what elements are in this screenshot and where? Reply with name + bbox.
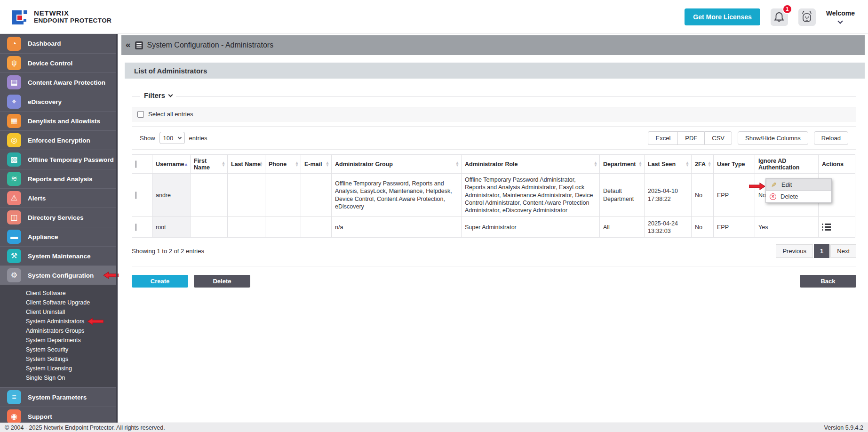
row-actions-icon[interactable] bbox=[822, 224, 831, 231]
cell-department: All bbox=[600, 217, 645, 238]
content-aware-protection-icon: ▤ bbox=[7, 75, 21, 89]
header-checkbox[interactable] bbox=[135, 160, 136, 168]
cell-last-seen: 2025-04-24 13:32:03 bbox=[645, 217, 692, 238]
entries-label: entries bbox=[189, 135, 207, 142]
sidebar-item-system-maintenance[interactable]: ⚒ System Maintenance bbox=[0, 246, 116, 265]
sidebar-item-ediscovery[interactable]: ⌖ eDiscovery bbox=[0, 92, 116, 111]
sidebar-item-system-parameters[interactable]: ≡ System Parameters bbox=[0, 387, 116, 407]
cell-first-name bbox=[191, 174, 228, 217]
sidebar-item-reports-and-analysis[interactable]: ≋ Reports and Analysis bbox=[0, 169, 116, 188]
row-checkbox[interactable] bbox=[135, 192, 136, 199]
notification-badge: 1 bbox=[782, 4, 792, 14]
sidebar-scrollbar[interactable] bbox=[116, 34, 118, 423]
col-administrator-group[interactable]: Administrator Group bbox=[332, 155, 462, 174]
cell-admin-group: n/a bbox=[332, 217, 462, 238]
row-checkbox[interactable] bbox=[135, 224, 136, 231]
system-parameters-icon: ≡ bbox=[7, 390, 21, 404]
submenu-client-software-upgrade[interactable]: Client Software Upgrade bbox=[0, 298, 116, 307]
submenu-system-departments[interactable]: System Departments bbox=[0, 336, 116, 345]
dashboard-icon: ◔ bbox=[7, 37, 21, 51]
filters-section: Filters bbox=[132, 91, 856, 101]
header-select-cell bbox=[132, 155, 152, 174]
page-size-select[interactable]: 100 bbox=[159, 132, 185, 144]
system-configuration-submenu: Client Software Client Software Upgrade … bbox=[0, 285, 116, 387]
submenu-administrators-groups[interactable]: Administrators Groups bbox=[0, 326, 116, 336]
submenu-client-uninstall[interactable]: Client Uninstall bbox=[0, 307, 116, 317]
select-all-bar: Select all entries bbox=[132, 107, 856, 121]
sidebar-item-appliance[interactable]: ▬ Appliance bbox=[0, 227, 116, 246]
denylists-icon: ▦ bbox=[7, 114, 21, 128]
col-first-name[interactable]: First Name bbox=[191, 155, 228, 174]
current-page-button[interactable]: 1 bbox=[814, 244, 829, 258]
cell-phone bbox=[265, 217, 301, 238]
sort-asc-icon bbox=[184, 163, 188, 166]
page-title: System Configuration - Administrators bbox=[147, 41, 274, 49]
brand-line2: ENDPOINT PROTECTOR bbox=[34, 17, 111, 24]
welcome-label: Welcome bbox=[826, 9, 855, 17]
cell-last-name bbox=[228, 217, 265, 238]
col-department[interactable]: Department bbox=[600, 155, 645, 174]
copyright-text: © 2004 - 2025 Netwrix Endpoint Protector… bbox=[5, 424, 165, 431]
submenu-single-sign-on[interactable]: Single Sign On bbox=[0, 373, 116, 383]
context-menu-edit[interactable]: Edit bbox=[766, 179, 831, 191]
submenu-system-security[interactable]: System Security bbox=[0, 345, 116, 354]
col-administrator-role[interactable]: Administrator Role bbox=[462, 155, 600, 174]
sort-icon bbox=[638, 161, 642, 167]
user-face-icon bbox=[801, 11, 813, 23]
col-email[interactable]: E-mail bbox=[301, 155, 332, 174]
sidebar-item-denylists[interactable]: ▦ Denylists and Allowlists bbox=[0, 111, 116, 130]
export-csv-button[interactable]: CSV bbox=[704, 131, 732, 145]
col-last-name[interactable]: Last Name bbox=[228, 155, 265, 174]
red-arrow-context-menu bbox=[749, 183, 765, 190]
export-excel-button[interactable]: Excel bbox=[648, 131, 677, 145]
sort-icon bbox=[259, 161, 263, 167]
collapse-sidebar-icon[interactable]: « bbox=[126, 40, 131, 50]
col-ignore-ad: Ignore AD Authentication bbox=[755, 155, 819, 174]
panel-title: List of Administrators bbox=[125, 63, 865, 79]
sidebar-item-dashboard[interactable]: ◔ Dashboard bbox=[0, 34, 116, 53]
context-menu-delete[interactable]: × Delete bbox=[766, 191, 831, 202]
select-all-checkbox[interactable] bbox=[137, 111, 144, 118]
next-page-button[interactable]: Next bbox=[830, 244, 856, 258]
col-phone[interactable]: Phone bbox=[265, 155, 301, 174]
submenu-system-administrators[interactable]: System Administrators bbox=[0, 317, 116, 326]
row-context-menu: Edit × Delete bbox=[765, 178, 832, 203]
chevron-down-icon bbox=[838, 18, 843, 24]
alerts-icon: ⚠ bbox=[7, 191, 21, 205]
sidebar-item-enforced-encryption[interactable]: ◎ Enforced Encryption bbox=[0, 130, 116, 150]
sidebar-item-device-control[interactable]: ψ Device Control bbox=[0, 53, 116, 72]
sort-icon bbox=[594, 161, 597, 167]
get-more-licenses-button[interactable]: Get More Licenses bbox=[685, 8, 760, 25]
delete-button[interactable]: Delete bbox=[194, 275, 250, 288]
submenu-system-licensing[interactable]: System Licensing bbox=[0, 364, 116, 373]
sidebar-item-alerts[interactable]: ⚠ Alerts bbox=[0, 188, 116, 208]
show-hide-columns-button[interactable]: Show/Hide Columns bbox=[738, 131, 808, 145]
sidebar-item-system-configuration[interactable]: ⚙ System Configuration bbox=[0, 265, 116, 285]
filters-toggle[interactable]: Filters bbox=[140, 91, 176, 99]
cell-user-type: EPP bbox=[714, 217, 755, 238]
submenu-client-software[interactable]: Client Software bbox=[0, 288, 116, 298]
brand: NETWRIX ENDPOINT PROTECTOR bbox=[11, 8, 111, 25]
page-footer: © 2004 - 2025 Netwrix Endpoint Protector… bbox=[0, 423, 868, 432]
submenu-system-settings[interactable]: System Settings bbox=[0, 354, 116, 364]
account-button[interactable] bbox=[798, 8, 816, 26]
col-username[interactable]: Username bbox=[152, 155, 191, 174]
appliance-icon: ▬ bbox=[7, 230, 21, 244]
sort-icon bbox=[685, 161, 689, 167]
reload-button[interactable]: Reload bbox=[814, 131, 848, 145]
col-last-seen[interactable]: Last Seen bbox=[645, 155, 692, 174]
cell-2fa: No bbox=[692, 174, 714, 217]
col-2fa[interactable]: 2FA bbox=[692, 155, 714, 174]
notifications-button[interactable]: 1 bbox=[771, 8, 788, 26]
previous-page-button[interactable]: Previous bbox=[776, 244, 813, 258]
welcome-menu[interactable]: Welcome bbox=[826, 9, 855, 24]
sidebar-item-content-aware-protection[interactable]: ▤ Content Aware Protection bbox=[0, 72, 116, 92]
create-button[interactable]: Create bbox=[132, 275, 188, 288]
sidebar-item-offline-temporary-password[interactable]: ▩ Offline Temporary Password bbox=[0, 150, 116, 169]
export-pdf-button[interactable]: PDF bbox=[677, 131, 704, 145]
sidebar-item-directory-services[interactable]: ◫ Directory Services bbox=[0, 208, 116, 227]
table-toolbar: Show 100 entries Excel PDF CSV Show/Hide… bbox=[132, 126, 856, 150]
system-maintenance-icon: ⚒ bbox=[7, 249, 21, 263]
page-title-bar: « System Configuration - Administrators bbox=[121, 35, 865, 55]
back-button[interactable]: Back bbox=[800, 275, 856, 288]
